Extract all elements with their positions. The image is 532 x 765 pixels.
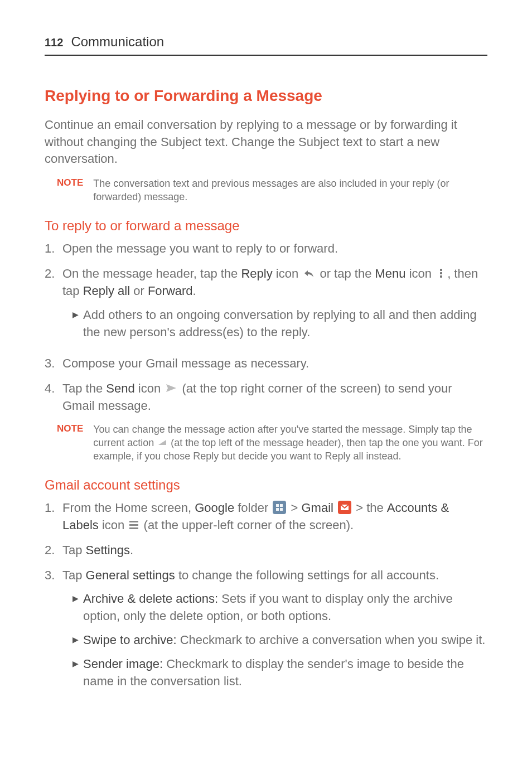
step-number: 1.: [45, 240, 58, 258]
text: Tap: [62, 568, 86, 582]
bullet-text: Swipe to archive: Checkmark to archive a…: [83, 632, 487, 649]
svg-rect-3: [280, 508, 283, 511]
send-icon: [165, 382, 177, 394]
step-content: Open the message you want to reply to or…: [62, 240, 487, 258]
gmail-icon: [338, 501, 351, 514]
reply-label: Reply: [241, 267, 272, 280]
google-folder-icon: [273, 501, 286, 514]
list-item: 2. On the message header, tap the Reply …: [45, 265, 487, 347]
svg-rect-2: [276, 508, 279, 511]
step-content: From the Home screen, Google folder > Gm…: [62, 500, 487, 534]
text: On the message header, tap the: [62, 267, 241, 280]
list-item: 3. Compose your Gmail message as necessa…: [45, 355, 487, 372]
list-item: 1. Open the message you want to reply to…: [45, 240, 487, 258]
settings-label: Settings: [86, 543, 130, 557]
text: icon: [135, 381, 165, 395]
svg-rect-0: [276, 504, 279, 507]
text: or: [130, 284, 148, 298]
text: or tap the: [316, 267, 375, 280]
text: to change the following settings for all…: [175, 568, 439, 582]
reply-all-label: Reply all: [83, 284, 130, 298]
bullet-title: Swipe to archive:: [83, 633, 177, 647]
menu-icon: [436, 267, 446, 279]
step-number: 2.: [45, 542, 58, 559]
header-section-title: Communication: [71, 32, 164, 51]
list-item: 2. Tap Settings.: [45, 542, 487, 559]
step-content: Compose your Gmail message as necessary.: [62, 355, 487, 372]
svg-rect-1: [280, 504, 283, 507]
action-dropdown-icon: [158, 439, 167, 446]
subheading-gmail-settings: Gmail account settings: [45, 476, 487, 495]
intro-paragraph: Continue an email conversation by replyi…: [45, 117, 487, 168]
step-content: On the message header, tap the Reply ico…: [62, 265, 487, 347]
text: folder: [234, 501, 272, 515]
bullet-icon: ▶: [72, 590, 79, 625]
step-content: Tap the Send icon (at the top right corn…: [62, 380, 487, 415]
text: > the: [352, 501, 387, 515]
bullet-title: Sender image:: [83, 657, 163, 671]
bullet-icon: ▶: [72, 307, 79, 341]
subheading-reply-forward: To reply to or forward a message: [45, 216, 487, 235]
bullet-text: Add others to an ongoing conversation by…: [83, 307, 487, 341]
sub-bullet: ▶ Swipe to archive: Checkmark to archive…: [72, 632, 487, 649]
text: >: [287, 501, 301, 515]
step-number: 3.: [45, 567, 58, 697]
note-text: You can change the message action after …: [93, 423, 487, 463]
page-header: 112 Communication: [45, 32, 487, 56]
labels-menu-icon: [129, 519, 139, 531]
menu-label: Menu: [375, 267, 405, 280]
forward-label: Forward: [148, 284, 193, 298]
bullet-text: Archive & delete actions: Sets if you wa…: [83, 590, 487, 625]
step-content: Tap General settings to change the follo…: [62, 567, 487, 697]
text: Tap: [62, 543, 86, 557]
main-title: Replying to or Forwarding a Message: [45, 85, 487, 106]
text: Tap the: [62, 381, 106, 395]
list-item: 4. Tap the Send icon (at the top right c…: [45, 380, 487, 415]
sub-bullet: ▶ Add others to an ongoing conversation …: [72, 307, 487, 341]
google-label: Google: [195, 501, 234, 515]
text: .: [193, 284, 196, 298]
bullet-icon: ▶: [72, 656, 79, 690]
text: .: [130, 543, 133, 557]
note-2: NOTE You can change the message action a…: [57, 423, 487, 463]
text: From the Home screen,: [62, 501, 195, 515]
bullet-title: Archive & delete actions:: [83, 592, 218, 606]
gmail-steps-list: 1. From the Home screen, Google folder >…: [45, 500, 487, 696]
bullet-icon: ▶: [72, 632, 79, 649]
reply-icon: [303, 267, 315, 279]
step-number: 3.: [45, 355, 58, 372]
step-number: 2.: [45, 265, 58, 347]
text: icon: [273, 267, 302, 280]
note-text: The conversation text and previous messa…: [93, 177, 487, 204]
note-label: NOTE: [57, 177, 83, 204]
text: icon: [406, 267, 436, 280]
page-number: 112: [45, 35, 63, 50]
bullet-body: Checkmark to archive a conversation when…: [177, 633, 486, 647]
note-label: NOTE: [57, 423, 83, 463]
text: (at the upper-left corner of the screen)…: [140, 518, 354, 532]
note-1: NOTE The conversation text and previous …: [57, 177, 487, 204]
bullet-text: Sender image: Checkmark to display the s…: [83, 656, 487, 690]
list-item: 3. Tap General settings to change the fo…: [45, 567, 487, 697]
text: icon: [99, 518, 128, 532]
step-content: Tap Settings.: [62, 542, 487, 559]
reply-steps-list: 1. Open the message you want to reply to…: [45, 240, 487, 414]
general-settings-label: General settings: [86, 568, 175, 582]
gmail-label: Gmail: [301, 501, 333, 515]
send-label: Send: [106, 381, 134, 395]
list-item: 1. From the Home screen, Google folder >…: [45, 500, 487, 534]
sub-bullet: ▶ Archive & delete actions: Sets if you …: [72, 590, 487, 625]
step-number: 4.: [45, 380, 58, 415]
step-number: 1.: [45, 500, 58, 534]
sub-bullet: ▶ Sender image: Checkmark to display the…: [72, 656, 487, 690]
